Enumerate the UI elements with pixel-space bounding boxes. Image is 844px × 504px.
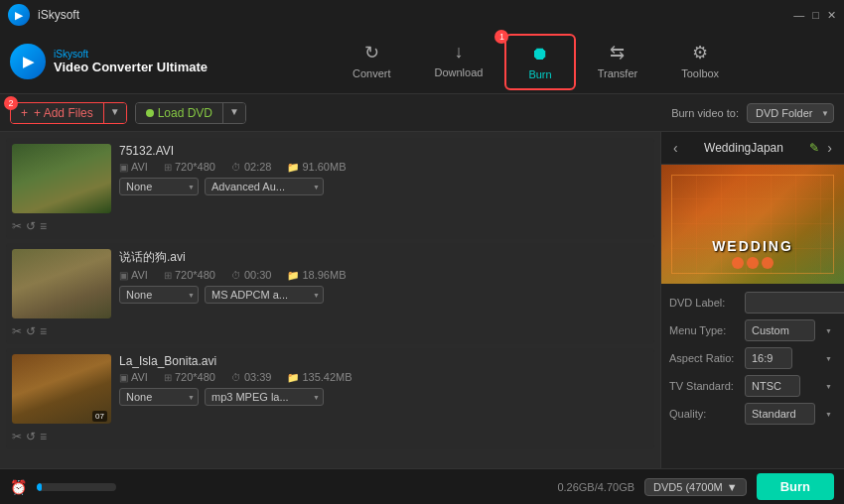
load-dvd-dropdown-button[interactable]: ▼ (223, 103, 245, 123)
tv-standard-text: TV Standard: (669, 380, 739, 392)
title-bar-controls: — □ ✕ (793, 9, 836, 22)
size-2: 📁 135.42MB (287, 371, 352, 383)
file-meta-1: ▣ AVI ⊞ 720*480 ⏱ 00:30 📁 (119, 269, 648, 281)
nav-item-convert[interactable]: ↻ Convert (331, 34, 413, 87)
minimize-button[interactable]: — (793, 9, 804, 21)
duration-1: ⏱ 00:30 (231, 269, 272, 281)
preview-btn-3 (762, 257, 774, 269)
refresh-icon-2[interactable]: ↺ (26, 430, 36, 443)
nav-burn-wrap: ⏺ Burn (504, 34, 575, 90)
duration-0: ⏱ 02:28 (231, 161, 272, 173)
dvd-type-text: DVD5 (4700M (653, 481, 723, 493)
toolbox-icon: ⚙ (692, 42, 708, 63)
format-icon-0: ▣ (119, 162, 128, 173)
table-row: 07 La_Isla_Bonita.avi ▣ AVI ⊞ 720*480 (6, 348, 654, 449)
preview-btn-2 (747, 257, 759, 269)
app-logo-icon: ▶ (8, 4, 30, 26)
menu-type-row: Menu Type: Custom None Standard (669, 319, 836, 341)
resolution-0: ⊞ 720*480 (164, 161, 215, 173)
dvd-type-badge[interactable]: DVD5 (4700M ▼ (644, 478, 747, 496)
cut-icon-2[interactable]: ✂ (12, 430, 22, 443)
nav-download-wrap: ↓ Download 1 (412, 34, 504, 90)
folder-icon-2: 📁 (287, 372, 299, 383)
file-info-1: 说话的狗.avi ▣ AVI ⊞ 720*480 ⏱ 00:30 (119, 249, 648, 304)
main-content: 75132.AVI ▣ AVI ⊞ 720*480 ⏱ 02:28 (0, 132, 844, 468)
panel-nav-prev-button[interactable]: ‹ (669, 138, 682, 158)
app-title: iSkysoft (38, 8, 79, 22)
cut-icon-0[interactable]: ✂ (12, 219, 22, 233)
format-1: ▣ AVI (119, 269, 148, 281)
load-dvd-label: Load DVD (158, 106, 212, 120)
add-files-wrap: 2 + + Add Files ▼ (10, 102, 127, 124)
load-dvd-group: Load DVD ▼ (135, 102, 246, 124)
preview-buttons (661, 257, 844, 269)
brand-name: iSkysoft (54, 49, 208, 60)
add-files-button[interactable]: + + Add Files (11, 103, 104, 123)
quality-select[interactable]: Standard High Low (745, 403, 815, 425)
maximize-button[interactable]: □ (812, 9, 819, 21)
aspect-ratio-select-wrap: 16:9 4:3 (745, 347, 836, 369)
add-files-label: + Add Files (34, 106, 93, 120)
folder-icon-1: 📁 (287, 270, 299, 281)
preview-btn-1 (732, 257, 744, 269)
dvd-label-row: DVD Label: (669, 292, 836, 314)
add-files-dropdown-button[interactable]: ▼ (104, 103, 126, 123)
quality-row: Quality: Standard High Low (669, 403, 836, 425)
aspect-ratio-select[interactable]: 16:9 4:3 (745, 347, 792, 369)
wedding-title: WEDDING (661, 238, 844, 254)
nav-item-download[interactable]: ↓ Download 1 (412, 34, 504, 86)
list-icon-0[interactable]: ≡ (40, 219, 47, 233)
audio-codec-select-2[interactable]: None (119, 388, 199, 406)
brand: ▶ iSkysoft Video Converter Ultimate (10, 44, 208, 79)
clock-icon-2: ⏱ (231, 372, 241, 383)
panel-nav-edit-button[interactable]: ✎ (805, 139, 823, 157)
file-meta-2: ▣ AVI ⊞ 720*480 ⏱ 03:39 📁 (119, 371, 648, 383)
audio-option-select-2[interactable]: mp3 MPEG la... (205, 388, 324, 406)
panel-nav-next-button[interactable]: › (823, 138, 836, 158)
nav-items: ↻ Convert ↓ Download 1 ⏺ Burn ⇆ Transfer (237, 34, 834, 90)
cut-icon-1[interactable]: ✂ (12, 324, 22, 338)
dvd-label-input[interactable] (745, 292, 844, 314)
panel-nav: ‹ WeddingJapan ✎ › (661, 132, 844, 165)
load-dvd-button[interactable]: Load DVD (136, 103, 223, 123)
format-2: ▣ AVI (119, 371, 148, 383)
clock-icon-0: ⏱ (231, 162, 241, 173)
brand-logo-icon: ▶ (10, 44, 46, 79)
refresh-icon-0[interactable]: ↺ (26, 219, 36, 233)
audio-option-select-0[interactable]: Advanced Au... (205, 178, 324, 195)
burn-dest-select[interactable]: DVD Folder (747, 103, 834, 123)
file-settings-1: None MS ADPCM a... (119, 286, 648, 304)
nav-item-transfer[interactable]: ⇆ Transfer (576, 34, 660, 87)
quality-text: Quality: (669, 408, 739, 420)
file-name-1: 说话的狗.avi (119, 249, 648, 266)
refresh-icon-1[interactable]: ↺ (26, 324, 36, 338)
panel-properties: DVD Label: Menu Type: Custom None Standa… (661, 284, 844, 468)
list-icon-1[interactable]: ≡ (40, 324, 47, 338)
nav-burn-label: Burn (528, 68, 551, 80)
audio-codec-select-1[interactable]: None (119, 286, 199, 304)
nav-item-toolbox[interactable]: ⚙ Toolbox (659, 34, 741, 87)
audio-option-select-1[interactable]: MS ADPCM a... (205, 286, 324, 304)
file-thumb-0 (12, 144, 111, 213)
nav-transfer-label: Transfer (598, 67, 638, 79)
size-0: 📁 91.60MB (287, 161, 346, 173)
size-1: 📁 18.96MB (287, 269, 346, 281)
right-panel: ‹ WeddingJapan ✎ › WEDDING DVD (660, 132, 844, 468)
progress-fill (37, 483, 42, 491)
list-icon-2[interactable]: ≡ (40, 430, 47, 443)
close-button[interactable]: ✕ (827, 9, 836, 22)
menu-type-select-wrap: Custom None Standard (745, 319, 836, 341)
resolution-icon-2: ⊞ (164, 372, 172, 383)
audio-codec-2-wrap: None (119, 388, 199, 406)
burn-button[interactable]: Burn (757, 473, 834, 500)
menu-type-select[interactable]: Custom None Standard (745, 319, 815, 341)
convert-icon: ↻ (364, 42, 379, 63)
resolution-2: ⊞ 720*480 (164, 371, 215, 383)
nav-item-burn[interactable]: ⏺ Burn (504, 34, 575, 90)
audio-option-2-wrap: mp3 MPEG la... (205, 388, 324, 406)
audio-codec-select-0[interactable]: None (119, 178, 199, 195)
aspect-ratio-text: Aspect Ratio: (669, 352, 739, 364)
tv-standard-select[interactable]: NTSC PAL (745, 375, 800, 397)
toolbar: 2 + + Add Files ▼ Load DVD ▼ Burn video … (0, 94, 844, 132)
audio-option-1-wrap: MS ADPCM a... (205, 286, 324, 304)
